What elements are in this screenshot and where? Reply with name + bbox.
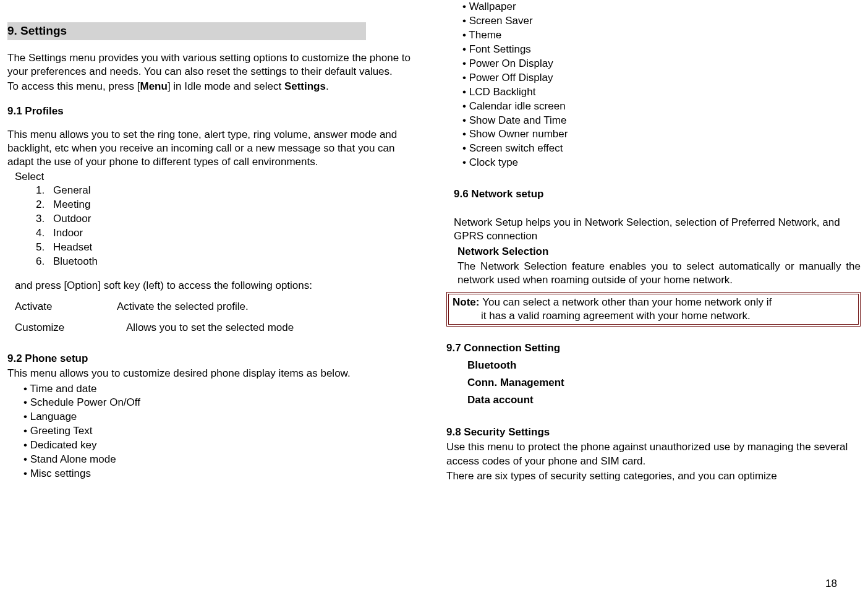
left-column: 9. Settings The Settings menu provides y…	[7, 0, 422, 484]
option-desc: Allows you to set the selected mode	[126, 321, 294, 335]
settings-bold: Settings	[284, 80, 326, 92]
text: Bluetooth	[53, 255, 98, 267]
list-item: • Screen switch effect	[462, 142, 861, 156]
profiles-intro: This menu allows you to set the ring ton…	[7, 128, 422, 169]
list-item: • Schedule Power On/Off	[23, 396, 422, 410]
phone-setup-list: • Time and date • Schedule Power On/Off …	[7, 382, 422, 482]
text: ] in Idle mode and select	[168, 80, 284, 92]
conn-management: Conn. Management	[446, 376, 861, 390]
list-item: • Show Owner number	[462, 127, 861, 142]
network-setup-intro: Network Setup helps you in Network Selec…	[446, 216, 861, 243]
list-item: • Stand Alone mode	[23, 453, 422, 467]
conn-data-account: Data account	[446, 393, 861, 407]
heading-9-6: 9.6 Network setup	[446, 187, 861, 201]
list-item: • Calendar idle screen	[462, 100, 861, 114]
intro-para-1: The Settings menu provides you with vari…	[7, 51, 422, 79]
heading-9-2: 9.2 Phone setup	[7, 352, 422, 366]
option-label: Activate	[15, 300, 117, 314]
text: General	[53, 184, 90, 196]
security-intro-2: There are six types of security setting …	[446, 469, 861, 483]
security-intro-1: Use this menu to protect the phone again…	[446, 440, 861, 468]
text: Indoor	[53, 227, 83, 239]
list-item: 3.Outdoor	[36, 212, 422, 226]
heading-9-1: 9.1 Profiles	[7, 105, 422, 118]
list-item: • Screen Saver	[462, 14, 861, 28]
num: 5.	[36, 241, 53, 255]
list-item: • Power On Display	[462, 57, 861, 71]
section-header: 9. Settings	[7, 22, 366, 40]
option-label: Customize	[15, 321, 126, 335]
list-item: • Greeting Text	[23, 424, 422, 438]
right-column: • Wallpaper • Screen Saver • Theme • Fon…	[446, 0, 861, 484]
option-activate: Activate Activate the selected profile.	[7, 300, 422, 314]
list-item: • Show Date and Time	[462, 114, 861, 128]
network-selection-title: Network Selection	[457, 245, 861, 259]
option-softkey-text: and press [Option] soft key (left) to ac…	[7, 279, 422, 293]
page-number: 18	[825, 577, 837, 591]
conn-bluetooth: Bluetooth	[446, 359, 861, 372]
list-item: • Clock type	[462, 156, 861, 170]
list-item: 5.Headset	[36, 241, 422, 255]
text: To access this menu, press [	[7, 80, 140, 92]
num: 4.	[36, 226, 53, 241]
list-item: • LCD Backlight	[462, 85, 861, 100]
intro-para-2: To access this menu, press [Menu] in Idl…	[7, 80, 422, 93]
note-label: Note:	[453, 296, 482, 308]
text: Outdoor	[53, 213, 91, 225]
list-item: • Time and date	[23, 382, 422, 396]
num: 1.	[36, 184, 53, 198]
list-item: 4.Indoor	[36, 226, 422, 241]
profiles-list: 1.General 2.Meeting 3.Outdoor 4.Indoor 5…	[7, 184, 422, 269]
list-item: • Font Settings	[462, 43, 861, 57]
network-selection-body: The Network Selection feature enables yo…	[457, 260, 861, 287]
list-item: 6.Bluetooth	[36, 255, 422, 269]
list-item: • Wallpaper	[462, 0, 861, 14]
intro-block: The Settings menu provides you with vari…	[7, 51, 422, 93]
list-item: • Power Off Display	[462, 71, 861, 85]
select-label: Select	[7, 170, 422, 184]
num: 6.	[36, 255, 53, 269]
num: 3.	[36, 212, 53, 226]
list-item: • Language	[23, 410, 422, 424]
list-item: • Dedicated key	[23, 438, 422, 453]
option-desc: Activate the selected profile.	[117, 300, 249, 314]
menu-bold: Menu	[140, 80, 167, 92]
list-item: • Theme	[462, 28, 861, 43]
list-item: • Misc settings	[23, 467, 422, 481]
phone-setup-intro: This menu allows you to customize desire…	[7, 367, 422, 380]
option-customize: Customize Allows you to set the selected…	[7, 321, 422, 335]
text: Headset	[53, 241, 92, 253]
heading-9-8: 9.8 Security Settings	[446, 426, 861, 439]
note-text-1: You can select a network other than your…	[482, 296, 772, 308]
note-text-2: it has a valid roaming agreement with yo…	[453, 309, 854, 323]
note-box: Note: You can select a network other tha…	[446, 292, 861, 327]
list-item: 2.Meeting	[36, 198, 422, 212]
num: 2.	[36, 198, 53, 212]
text: Meeting	[53, 199, 90, 210]
text: .	[326, 80, 329, 92]
display-items-list: • Wallpaper • Screen Saver • Theme • Fon…	[446, 0, 861, 170]
list-item: 1.General	[36, 184, 422, 198]
heading-9-7: 9.7 Connection Setting	[446, 341, 861, 355]
